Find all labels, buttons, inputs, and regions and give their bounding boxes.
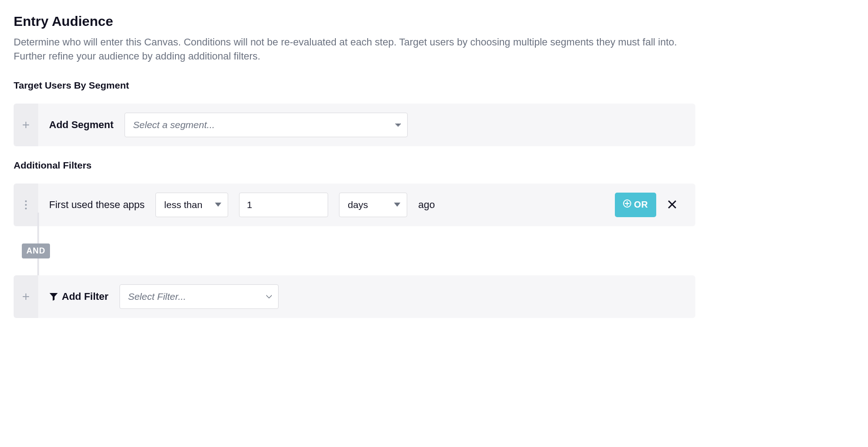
plus-circle-icon — [623, 199, 631, 210]
filter-value-input[interactable] — [239, 193, 328, 217]
filter-rows: First used these apps less than days ago — [14, 184, 695, 318]
caret-down-icon — [395, 123, 401, 127]
add-filter-body: Add Filter Select Filter... — [38, 284, 695, 309]
caret-down-icon — [215, 203, 221, 207]
filter-operator-select[interactable]: less than — [155, 193, 228, 217]
add-filter-handle[interactable] — [14, 275, 38, 318]
caret-down-icon — [266, 295, 272, 298]
segment-select[interactable]: Select a segment... — [125, 113, 408, 137]
filter-unit-value: days — [348, 199, 368, 210]
add-segment-row: Add Segment Select a segment... — [14, 104, 695, 146]
drag-handle-icon — [25, 200, 27, 210]
svg-point-0 — [25, 200, 27, 202]
remove-filter-button[interactable] — [665, 196, 679, 214]
filter-row: First used these apps less than days ago — [14, 184, 695, 226]
add-segment-body: Add Segment Select a segment... — [38, 113, 695, 137]
add-filter-label: Add Filter — [49, 291, 109, 303]
filter-type-placeholder: Select Filter... — [128, 291, 186, 302]
add-filter-text: Add Filter — [62, 291, 109, 303]
or-button[interactable]: OR — [615, 193, 656, 217]
filter-type-select[interactable]: Select Filter... — [120, 284, 279, 309]
segment-select-placeholder: Select a segment... — [133, 119, 215, 130]
segments-section-title: Target Users By Segment — [14, 80, 695, 91]
filter-row-actions: OR — [615, 193, 684, 217]
filter-suffix-label: ago — [418, 199, 435, 211]
filter-row-body: First used these apps less than days ago — [38, 193, 695, 217]
close-icon — [668, 199, 676, 211]
funnel-icon — [49, 292, 58, 301]
svg-point-2 — [25, 208, 27, 209]
plus-icon — [22, 121, 30, 129]
filters-section-title: Additional Filters — [14, 160, 695, 171]
and-badge: AND — [22, 243, 50, 258]
page-title: Entry Audience — [14, 14, 695, 29]
svg-point-1 — [25, 204, 27, 206]
add-segment-label: Add Segment — [49, 119, 114, 131]
add-segment-handle[interactable] — [14, 104, 38, 146]
filter-operator-value: less than — [164, 199, 202, 210]
or-button-label: OR — [634, 199, 648, 210]
entry-audience-panel: Entry Audience Determine who will enter … — [14, 14, 695, 318]
filter-row-handle[interactable] — [14, 184, 38, 226]
plus-icon — [22, 293, 30, 300]
page-description: Determine who will enter this Canvas. Co… — [14, 35, 695, 64]
filter-unit-select[interactable]: days — [339, 193, 407, 217]
add-filter-row: Add Filter Select Filter... — [14, 275, 695, 318]
filter-field-label: First used these apps — [49, 199, 145, 211]
caret-down-icon — [394, 203, 400, 207]
filter-connector: AND — [14, 226, 695, 275]
